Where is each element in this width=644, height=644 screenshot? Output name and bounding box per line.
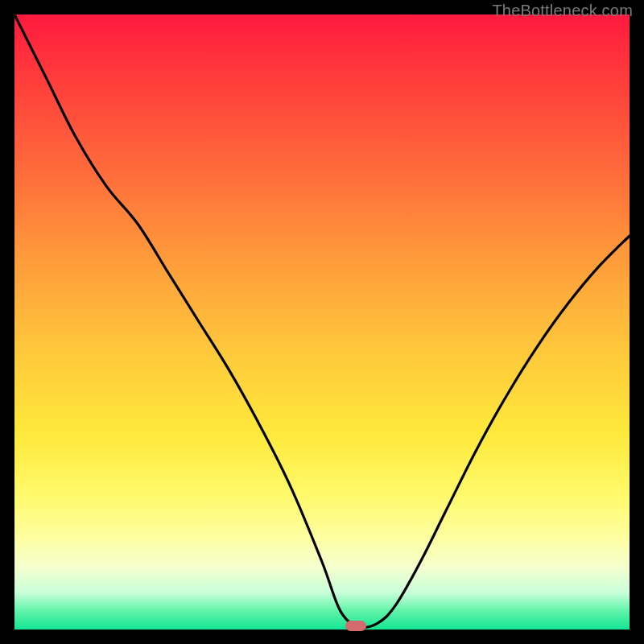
chart-frame: TheBottleneck.com — [0, 0, 644, 644]
curve-path — [14, 14, 630, 627]
watermark-text: TheBottleneck.com — [492, 2, 633, 20]
bottleneck-curve — [14, 14, 630, 630]
optimal-marker — [345, 621, 366, 631]
plot-area — [14, 14, 630, 630]
